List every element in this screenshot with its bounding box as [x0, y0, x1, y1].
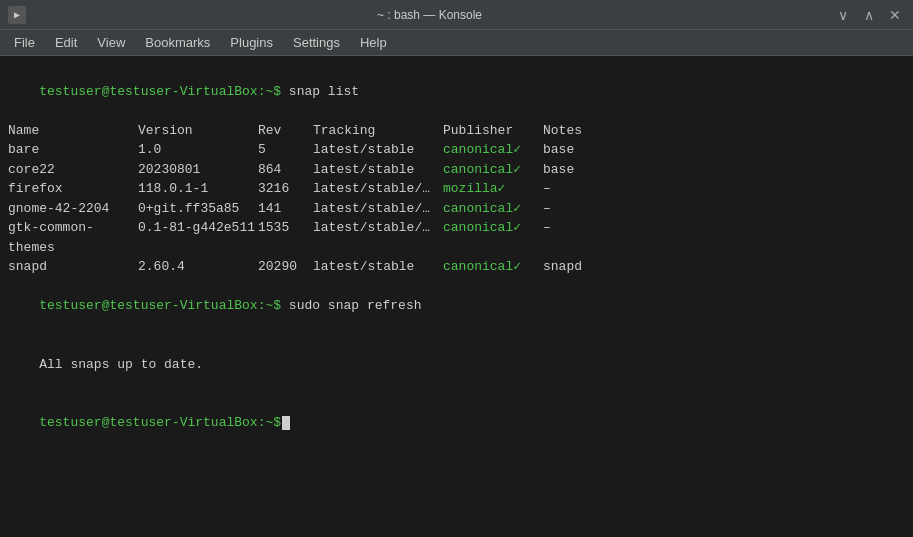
cell-version: 2.60.4	[138, 257, 258, 277]
window-title: ~ : bash — Konsole	[26, 8, 833, 22]
menu-view[interactable]: View	[89, 33, 133, 52]
cell-version: 1.0	[138, 140, 258, 160]
cursor	[282, 416, 290, 430]
cell-version: 0+git.ff35a85	[138, 199, 258, 219]
cell-notes: base	[543, 140, 623, 160]
cell-notes: –	[543, 199, 623, 219]
cell-notes: –	[543, 179, 623, 199]
cell-rev: 20290	[258, 257, 313, 277]
cell-name: firefox	[8, 179, 138, 199]
cmd-2: sudo snap refresh	[281, 298, 421, 313]
command-line-1: testuser@testuser-VirtualBox:~$ snap lis…	[8, 62, 905, 121]
close-button[interactable]: ✕	[885, 7, 905, 23]
minimize-button[interactable]: ∨	[833, 7, 853, 23]
status-text: All snaps up to date.	[39, 357, 203, 372]
cell-name: gtk-common-themes	[8, 218, 138, 257]
table-row: gtk-common-themes0.1-81-g442e5111535late…	[8, 218, 905, 257]
table-row: bare1.05latest/stablecanonical✓base	[8, 140, 905, 160]
col-header-name: Name	[8, 121, 138, 141]
col-header-publisher: Publisher	[443, 121, 543, 141]
prompt-3: testuser@testuser-VirtualBox:~$	[39, 415, 281, 430]
table-row: core2220230801864latest/stablecanonical✓…	[8, 160, 905, 180]
col-header-version: Version	[138, 121, 258, 141]
table-row: firefox118.0.1-13216latest/stable/…mozil…	[8, 179, 905, 199]
col-header-rev: Rev	[258, 121, 313, 141]
terminal-area[interactable]: testuser@testuser-VirtualBox:~$ snap lis…	[0, 56, 913, 537]
cell-notes: –	[543, 218, 623, 257]
cell-publisher: canonical✓	[443, 199, 543, 219]
cell-tracking: latest/stable/…	[313, 199, 443, 219]
window-controls: ∨ ∧ ✕	[833, 7, 905, 23]
table-row: gnome-42-22040+git.ff35a85141latest/stab…	[8, 199, 905, 219]
cell-tracking: latest/stable/…	[313, 218, 443, 257]
titlebar: ▶ ~ : bash — Konsole ∨ ∧ ✕	[0, 0, 913, 30]
cell-notes: snapd	[543, 257, 623, 277]
cell-version: 118.0.1-1	[138, 179, 258, 199]
cell-name: core22	[8, 160, 138, 180]
prompt-1: testuser@testuser-VirtualBox:~$	[39, 84, 281, 99]
cell-version: 0.1-81-g442e511	[138, 218, 258, 257]
cell-notes: base	[543, 160, 623, 180]
menu-settings[interactable]: Settings	[285, 33, 348, 52]
cell-name: snapd	[8, 257, 138, 277]
cell-publisher: canonical✓	[443, 257, 543, 277]
command-line-3: testuser@testuser-VirtualBox:~$	[8, 394, 905, 453]
menu-file[interactable]: File	[6, 33, 43, 52]
cell-name: gnome-42-2204	[8, 199, 138, 219]
cell-rev: 864	[258, 160, 313, 180]
cell-tracking: latest/stable	[313, 257, 443, 277]
cell-publisher: canonical✓	[443, 160, 543, 180]
command-line-2: testuser@testuser-VirtualBox:~$ sudo sna…	[8, 277, 905, 336]
snap-table-body: bare1.05latest/stablecanonical✓basecore2…	[8, 140, 905, 277]
cell-tracking: latest/stable	[313, 160, 443, 180]
cell-tracking: latest/stable/…	[313, 179, 443, 199]
cell-rev: 3216	[258, 179, 313, 199]
cell-publisher: mozilla✓	[443, 179, 543, 199]
status-line: All snaps up to date.	[8, 335, 905, 394]
menu-edit[interactable]: Edit	[47, 33, 85, 52]
cell-tracking: latest/stable	[313, 140, 443, 160]
cell-rev: 141	[258, 199, 313, 219]
col-header-tracking: Tracking	[313, 121, 443, 141]
app-icon: ▶	[8, 6, 26, 24]
menubar: File Edit View Bookmarks Plugins Setting…	[0, 30, 913, 56]
col-header-notes: Notes	[543, 121, 623, 141]
prompt-2: testuser@testuser-VirtualBox:~$	[39, 298, 281, 313]
cell-rev: 5	[258, 140, 313, 160]
cell-publisher: canonical✓	[443, 218, 543, 257]
menu-bookmarks[interactable]: Bookmarks	[137, 33, 218, 52]
cell-version: 20230801	[138, 160, 258, 180]
cmd-1: snap list	[281, 84, 359, 99]
menu-plugins[interactable]: Plugins	[222, 33, 281, 52]
cell-rev: 1535	[258, 218, 313, 257]
table-row: snapd2.60.420290latest/stablecanonical✓s…	[8, 257, 905, 277]
cell-publisher: canonical✓	[443, 140, 543, 160]
snap-table-header: Name Version Rev Tracking Publisher Note…	[8, 121, 905, 141]
maximize-button[interactable]: ∧	[859, 7, 879, 23]
menu-help[interactable]: Help	[352, 33, 395, 52]
cell-name: bare	[8, 140, 138, 160]
